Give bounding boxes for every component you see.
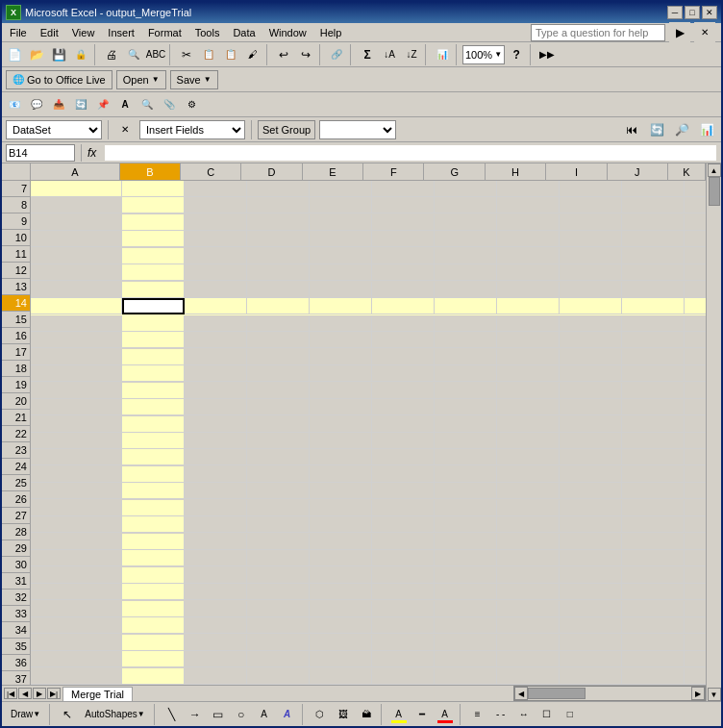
- help-search-input[interactable]: [531, 24, 665, 41]
- formula-input[interactable]: [104, 144, 717, 162]
- tab-prev-button[interactable]: ◀: [18, 688, 32, 699]
- row-header-7[interactable]: 7: [2, 181, 30, 197]
- cell-J13[interactable]: [622, 282, 685, 298]
- shadow-button[interactable]: ☐: [536, 704, 558, 725]
- sheet-tab-merge-trial[interactable]: Merge Trial: [62, 687, 133, 701]
- cell-K14[interactable]: [685, 298, 706, 314]
- mm-icon2[interactable]: ⏮: [621, 119, 642, 140]
- help-search-button[interactable]: ▶: [669, 22, 690, 43]
- menu-window[interactable]: Window: [263, 25, 312, 40]
- cell-J11[interactable]: [622, 248, 685, 264]
- row-header-15[interactable]: 15: [2, 312, 30, 328]
- row-header-20[interactable]: 20: [2, 393, 30, 410]
- dataset-select[interactable]: DataSet: [6, 120, 102, 139]
- cell-C10[interactable]: [185, 231, 247, 247]
- cell-H11[interactable]: [497, 248, 560, 264]
- cell-J14[interactable]: [622, 298, 685, 314]
- hyperlink-button[interactable]: 🔗: [326, 44, 347, 65]
- menu-view[interactable]: View: [66, 25, 101, 40]
- mm-icon3[interactable]: 🔄: [646, 119, 667, 140]
- arrow-button[interactable]: →: [185, 704, 206, 725]
- cell-G14[interactable]: [435, 298, 497, 314]
- cell-D9[interactable]: [247, 214, 310, 231]
- cell-I11[interactable]: [560, 248, 622, 264]
- tb2-btn7[interactable]: 🔍: [137, 94, 158, 115]
- col-header-K[interactable]: K: [668, 163, 706, 180]
- diagram-button[interactable]: ⬡: [310, 704, 331, 725]
- select-objects-button[interactable]: ↖: [57, 704, 78, 725]
- cell-B10[interactable]: [122, 231, 185, 247]
- line-style-button[interactable]: ≡: [467, 704, 488, 725]
- minimize-button[interactable]: ─: [667, 6, 683, 19]
- horizontal-scrollbar[interactable]: ◀ ▶: [513, 686, 706, 701]
- cell-G7[interactable]: [435, 181, 497, 197]
- row-header-13[interactable]: 13: [2, 279, 30, 295]
- tb2-btn3[interactable]: 📥: [48, 94, 69, 115]
- col-header-H[interactable]: H: [486, 163, 546, 180]
- cell-G11[interactable]: [435, 248, 497, 264]
- row-header-9[interactable]: 9: [2, 213, 30, 230]
- tab-first-button[interactable]: |◀: [4, 688, 17, 699]
- cell-J10[interactable]: [622, 231, 685, 247]
- cell-J8[interactable]: [622, 197, 685, 213]
- cell-G8[interactable]: [435, 197, 497, 213]
- cell-H10[interactable]: [497, 231, 560, 247]
- scroll-up-button[interactable]: ▲: [708, 163, 721, 177]
- row-header-11[interactable]: 11: [2, 246, 30, 263]
- row-header-30[interactable]: 30: [2, 557, 30, 573]
- scroll-right-button[interactable]: ▶: [691, 687, 705, 700]
- cell-F10[interactable]: [372, 231, 435, 247]
- cell-C9[interactable]: [185, 214, 247, 231]
- cell-H9[interactable]: [497, 214, 560, 231]
- format-painter-button[interactable]: 🖌: [242, 44, 263, 65]
- set-group-select[interactable]: [319, 120, 396, 139]
- name-box[interactable]: [6, 144, 75, 162]
- v-scroll-thumb[interactable]: [709, 177, 720, 206]
- row-header-26[interactable]: 26: [2, 491, 30, 508]
- mm-icon4[interactable]: 🔎: [671, 119, 692, 140]
- col-header-J[interactable]: J: [608, 163, 668, 180]
- cell-F14[interactable]: [372, 298, 435, 314]
- sort-asc-button[interactable]: ↓A: [379, 44, 400, 65]
- row-header-17[interactable]: 17: [2, 344, 30, 361]
- cell-J12[interactable]: [622, 264, 685, 281]
- cell-K12[interactable]: [685, 264, 706, 281]
- row-header-36[interactable]: 36: [2, 655, 30, 671]
- cell-K13[interactable]: [685, 282, 706, 298]
- autoshapes-button[interactable]: AutoShapes ▼: [80, 704, 149, 725]
- tb2-btn8[interactable]: 📎: [159, 94, 180, 115]
- cell-H13[interactable]: [497, 282, 560, 298]
- cell-B11[interactable]: [122, 248, 185, 264]
- scroll-left-button[interactable]: ◀: [514, 687, 528, 700]
- close-button[interactable]: ✕: [702, 6, 717, 19]
- menu-file[interactable]: File: [4, 25, 33, 40]
- cell-J9[interactable]: [622, 214, 685, 231]
- row-header-28[interactable]: 28: [2, 524, 30, 540]
- cell-D13[interactable]: [247, 282, 310, 298]
- cell-I9[interactable]: [560, 214, 622, 231]
- cell-F13[interactable]: [372, 282, 435, 298]
- cell-E7[interactable]: [310, 181, 372, 197]
- cell-E9[interactable]: [310, 214, 372, 231]
- cell-I13[interactable]: [560, 282, 622, 298]
- menu-tools[interactable]: Tools: [189, 25, 226, 40]
- cell-H12[interactable]: [497, 264, 560, 281]
- cell-I10[interactable]: [560, 231, 622, 247]
- cell-G10[interactable]: [435, 231, 497, 247]
- cut-button[interactable]: ✂: [176, 44, 197, 65]
- row-header-34[interactable]: 34: [2, 622, 30, 639]
- cell-C7[interactable]: [185, 181, 247, 197]
- cell-A9[interactable]: [31, 214, 122, 231]
- cell-E10[interactable]: [310, 231, 372, 247]
- cell-G9[interactable]: [435, 214, 497, 231]
- row-header-18[interactable]: 18: [2, 361, 30, 377]
- cell-B7[interactable]: [122, 181, 185, 197]
- cell-A14[interactable]: [31, 298, 122, 314]
- cell-F7[interactable]: [372, 181, 435, 197]
- spell-check-button[interactable]: ABC: [145, 44, 166, 65]
- open-dropdown-button[interactable]: Open ▼: [116, 70, 166, 89]
- cell-B14[interactable]: [122, 298, 185, 314]
- cell-H7[interactable]: [497, 181, 560, 197]
- cell-E12[interactable]: [310, 264, 372, 281]
- cell-D8[interactable]: [247, 197, 310, 213]
